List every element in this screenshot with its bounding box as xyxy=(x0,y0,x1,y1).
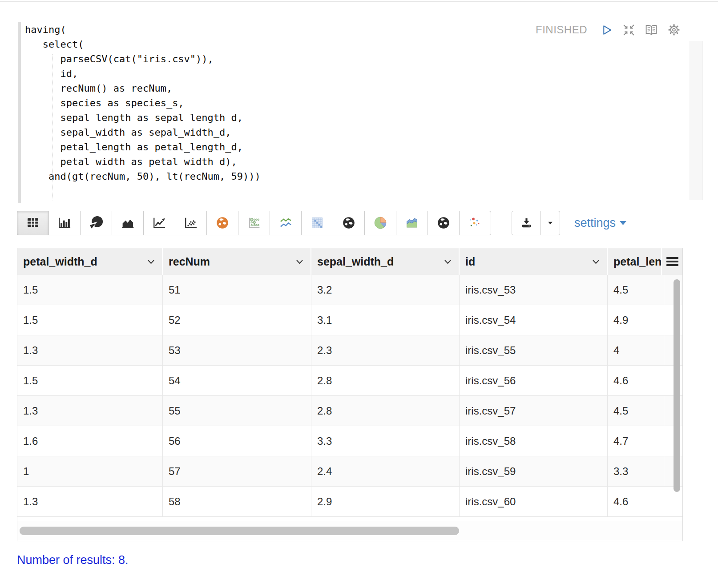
globe-orange-icon xyxy=(215,216,230,230)
chart-type-globe2-button[interactable] xyxy=(428,211,460,235)
table-cell: 2.9 xyxy=(311,487,460,516)
download-icon xyxy=(520,217,533,230)
code-editor[interactable]: having( select( parseCSV(cat("iris.csv")… xyxy=(25,22,261,184)
chart-type-scatter-button[interactable] xyxy=(175,211,207,235)
column-header-label: sepal_width_d xyxy=(317,255,394,268)
table-cell: 52 xyxy=(163,305,311,335)
stacked-area-icon xyxy=(404,216,420,230)
column-header-label: petal_length_d xyxy=(613,255,662,268)
paragraph-controls: FINISHED xyxy=(536,23,681,36)
table-header-row: petal_width_d recNum sepal_width_d id pe… xyxy=(17,248,682,275)
status-badge: FINISHED xyxy=(536,24,587,36)
results-count-text: Number of results: 8. xyxy=(17,553,718,567)
table-cell: 3.3 xyxy=(311,426,460,456)
globe-dark-2-icon xyxy=(436,216,451,230)
column-header-petal-length[interactable]: petal_length_d xyxy=(608,248,662,275)
pie-chart-icon xyxy=(88,216,104,230)
table-cell: 1.3 xyxy=(17,487,163,516)
chart-type-heatmap-button[interactable] xyxy=(301,211,333,235)
pie-colored-icon xyxy=(373,216,388,230)
scatter-chart-icon xyxy=(183,216,199,230)
download-options-button[interactable] xyxy=(541,211,560,235)
table-cell: 4.5 xyxy=(608,396,664,426)
horizontal-scrollbar-thumb[interactable] xyxy=(20,527,459,535)
display-toolbar: settings xyxy=(17,210,718,235)
chart-type-pie2-button[interactable] xyxy=(364,211,396,235)
play-icon[interactable] xyxy=(600,24,613,36)
table-cell: iris.csv_54 xyxy=(460,305,608,335)
table-cell: 53 xyxy=(163,335,311,365)
table-cell: iris.csv_56 xyxy=(460,366,608,395)
column-header-sepal-width[interactable]: sepal_width_d xyxy=(311,248,460,275)
chart-type-scatter2-button[interactable] xyxy=(459,211,491,235)
column-header-label: petal_width_d xyxy=(23,255,97,268)
table-cell: 1.6 xyxy=(17,426,163,456)
table-cell: iris.csv_59 xyxy=(460,456,608,486)
table-cell: 1.5 xyxy=(17,366,163,395)
chart-type-line-button[interactable] xyxy=(143,211,175,235)
table-menu-button[interactable] xyxy=(662,248,682,275)
chart-type-globe-button[interactable] xyxy=(333,211,365,235)
table-cell: 3.2 xyxy=(311,275,460,305)
caret-down-icon xyxy=(620,221,626,225)
area-chart-icon xyxy=(120,216,136,230)
heatmap-icon xyxy=(310,216,325,230)
column-header-id[interactable]: id xyxy=(460,248,608,275)
table-row: 1.6563.3iris.csv_584.7 xyxy=(17,426,682,456)
column-header-label: id xyxy=(465,255,475,268)
table-cell: 58 xyxy=(163,487,311,516)
globe-dark-icon xyxy=(341,216,356,230)
editor-scrollbar-track[interactable] xyxy=(690,41,703,200)
bubble-grid-icon xyxy=(246,216,262,230)
download-group xyxy=(512,211,560,235)
vertical-scrollbar-thumb[interactable] xyxy=(674,279,680,492)
book-icon[interactable] xyxy=(645,24,658,36)
caret-down-icon xyxy=(545,218,555,228)
table-cell: 54 xyxy=(163,366,311,395)
line-chart-icon xyxy=(151,216,167,230)
column-header-recnum[interactable]: recNum xyxy=(163,248,311,275)
table-row: 1.3532.3iris.csv_554 xyxy=(17,335,682,366)
table-cell: iris.csv_57 xyxy=(460,396,608,426)
chart-type-pie-button[interactable] xyxy=(80,211,112,235)
column-header-petal-width[interactable]: petal_width_d xyxy=(17,248,163,275)
table-cell: 4 xyxy=(608,335,664,365)
code-editor-section: having( select( parseCSV(cat("iris.csv")… xyxy=(0,2,718,204)
results-table: petal_width_d recNum sepal_width_d id pe… xyxy=(17,248,683,541)
table-row: 1.5542.8iris.csv_564.6 xyxy=(17,366,682,396)
chart-type-table-button[interactable] xyxy=(17,211,49,235)
table-cell: iris.csv_55 xyxy=(460,335,608,365)
table-cell: 4.9 xyxy=(608,305,664,335)
compress-icon[interactable] xyxy=(622,24,635,36)
hamburger-icon xyxy=(666,257,678,259)
table-row: 1572.4iris.csv_593.3 xyxy=(17,456,682,487)
chart-type-area-button[interactable] xyxy=(112,211,144,235)
table-row: 1.3552.8iris.csv_574.5 xyxy=(17,396,682,426)
horizontal-scrollbar[interactable] xyxy=(17,521,682,541)
chevron-down-icon xyxy=(147,259,155,264)
chart-type-multiline-button[interactable] xyxy=(270,211,302,235)
table-cell: 4.7 xyxy=(608,426,664,456)
chart-type-bubble-grid-button[interactable] xyxy=(238,211,270,235)
table-cell: 3.1 xyxy=(311,305,460,335)
table-cell: 1.5 xyxy=(17,305,163,335)
editor-gutter-bar xyxy=(18,22,21,203)
table-bottom-sliver xyxy=(17,517,682,521)
table-cell: iris.csv_60 xyxy=(460,487,608,516)
table-cell: 2.8 xyxy=(311,366,460,395)
table-cell: 2.4 xyxy=(311,456,460,486)
table-cell: iris.csv_53 xyxy=(460,275,608,305)
bar-chart-icon xyxy=(56,216,73,230)
chart-type-group xyxy=(17,211,491,235)
chart-type-stacked-area-button[interactable] xyxy=(396,211,428,235)
table-chart-icon xyxy=(25,216,41,230)
download-button[interactable] xyxy=(512,211,541,235)
table-cell: 2.8 xyxy=(311,396,460,426)
settings-toggle[interactable]: settings xyxy=(574,216,626,230)
chart-type-bar-button[interactable] xyxy=(48,211,81,235)
chart-type-map-button[interactable] xyxy=(206,211,238,235)
gear-icon[interactable] xyxy=(667,23,681,36)
chevron-down-icon xyxy=(444,259,452,264)
table-cell: 4.6 xyxy=(608,366,664,395)
table-cell: 4.5 xyxy=(608,275,664,305)
